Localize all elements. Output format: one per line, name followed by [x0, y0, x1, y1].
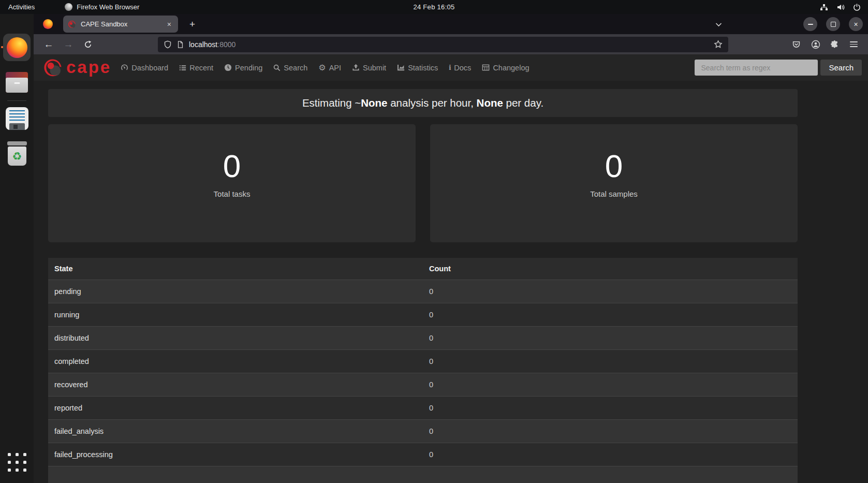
dock: ♻ — [0, 14, 34, 483]
nav-docs[interactable]: i Docs — [449, 64, 471, 72]
dock-separator — [7, 100, 26, 101]
show-applications-button[interactable] — [8, 453, 26, 472]
total-tasks-label: Total tasks — [214, 189, 251, 198]
banner-value-hour: None — [361, 97, 387, 109]
regex-search-input[interactable] — [695, 60, 818, 76]
task-state-table: State Count pending 0 running 0 — [48, 258, 798, 483]
table-icon — [482, 64, 490, 71]
table-row: failed_analysis 0 — [48, 420, 798, 443]
page-info-icon[interactable] — [176, 40, 184, 49]
focused-app-menu[interactable]: Firefox Web Browser — [65, 3, 139, 11]
shield-icon[interactable] — [164, 40, 172, 49]
table-row: running 0 — [48, 303, 798, 327]
back-icon[interactable]: ← — [41, 37, 56, 52]
table-row: reported 0 — [48, 397, 798, 420]
firefox-icon — [7, 37, 27, 58]
state-column-header: State — [48, 258, 423, 280]
table-row: distributed 0 — [48, 327, 798, 350]
recycle-glyph: ♻ — [12, 151, 22, 162]
nav-changelog[interactable]: Changelog — [482, 64, 529, 72]
forward-icon[interactable]: → — [61, 37, 76, 52]
nav-dashboard[interactable]: Dashboard — [121, 64, 168, 72]
count-column-header: Count — [423, 258, 798, 280]
dashboard-page: Estimating ~None analysis per hour, None… — [34, 81, 868, 483]
table-row: recovered 0 — [48, 373, 798, 397]
gauge-icon — [121, 64, 128, 71]
table-row: completed 0 — [48, 350, 798, 373]
extensions-icon[interactable] — [828, 37, 842, 51]
estimate-banner: Estimating ~None analysis per hour, None… — [48, 89, 798, 117]
dock-trash-button[interactable]: ♻ — [6, 141, 28, 166]
table-row-clipped — [48, 466, 798, 483]
volume-icon — [836, 3, 845, 11]
desktop-screen: Activities Firefox Web Browser 24 Feb 16… — [0, 0, 868, 483]
total-samples-card: 0 Total samples — [430, 124, 798, 242]
menu-icon[interactable] — [847, 37, 861, 51]
table-row: pending 0 — [48, 280, 798, 303]
dock-firefox-button[interactable] — [3, 34, 31, 61]
nav-submit[interactable]: Submit — [352, 64, 386, 72]
upload-icon — [352, 64, 360, 71]
nav-recent[interactable]: Recent — [179, 64, 213, 72]
cape-navbar: cape Dashboard — [34, 54, 868, 81]
total-tasks-value: 0 — [223, 149, 241, 184]
tab-title: CAPE Sandbox — [81, 20, 165, 28]
search-button[interactable]: Search — [820, 60, 862, 76]
close-button[interactable]: × — [849, 17, 863, 31]
table-header-row: State Count — [48, 258, 798, 280]
chart-icon — [397, 64, 405, 71]
list-icon — [179, 64, 186, 71]
total-samples-label: Total samples — [590, 189, 638, 198]
cape-brand[interactable]: cape — [43, 58, 111, 78]
firefox-app-icon — [65, 3, 72, 11]
banner-value-day: None — [477, 97, 503, 109]
pocket-icon[interactable] — [789, 37, 803, 51]
info-icon: i — [449, 64, 451, 71]
nav-api[interactable]: ⚙ API — [318, 64, 341, 72]
network-icon — [820, 3, 828, 11]
restore-button[interactable] — [826, 17, 840, 31]
bookmark-star-icon[interactable] — [714, 40, 723, 49]
page-content: cape Dashboard — [34, 54, 868, 483]
activities-button[interactable]: Activities — [8, 3, 35, 11]
tab-cape-sandbox[interactable]: CAPE Sandbox × — [63, 16, 178, 33]
text-editor-icon — [6, 110, 28, 121]
dock-files-button[interactable] — [6, 72, 28, 93]
tab-bar: CAPE Sandbox × + × — [34, 14, 868, 34]
new-tab-button[interactable]: + — [185, 18, 199, 31]
system-tray[interactable] — [820, 0, 861, 14]
search-icon — [273, 64, 281, 71]
clock-icon — [224, 64, 232, 71]
firefox-view-button[interactable] — [43, 19, 53, 29]
power-icon — [853, 3, 861, 11]
firefox-window: CAPE Sandbox × + × ← → — [34, 14, 868, 483]
cape-brand-text: cape — [66, 58, 111, 76]
table-row: failed_processing 0 — [48, 443, 798, 466]
cape-logo-icon — [43, 58, 63, 78]
trash-icon: ♻ — [8, 147, 26, 166]
clock[interactable]: 24 Feb 16:05 — [413, 3, 454, 11]
total-samples-value: 0 — [605, 149, 623, 184]
reload-icon[interactable] — [80, 37, 96, 52]
tab-close-icon[interactable]: × — [165, 19, 173, 30]
nav-pending[interactable]: Pending — [224, 64, 262, 72]
dock-text-editor-button[interactable] — [6, 107, 28, 130]
gnome-top-bar: Activities Firefox Web Browser 24 Feb 16… — [0, 0, 868, 14]
url-bar[interactable]: localhost:8000 — [158, 37, 728, 52]
gear-icon: ⚙ — [318, 64, 326, 72]
account-icon[interactable] — [808, 37, 822, 51]
minimize-button[interactable] — [803, 17, 817, 31]
url-text[interactable]: localhost:8000 — [189, 40, 236, 49]
nav-statistics[interactable]: Statistics — [397, 64, 438, 72]
browser-toolbar: ← → localhost:8000 — [34, 34, 868, 54]
total-tasks-card: 0 Total tasks — [48, 124, 416, 242]
running-indicator-dot — [1, 46, 3, 48]
nav-search[interactable]: Search — [273, 64, 307, 72]
list-tabs-chevron-icon[interactable] — [715, 20, 722, 29]
cape-favicon — [68, 20, 76, 28]
focused-app-name: Firefox Web Browser — [77, 3, 139, 11]
